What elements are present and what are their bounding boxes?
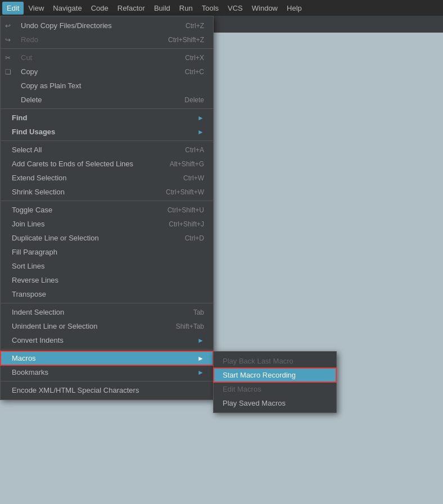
menu-item-indent-selection[interactable]: Indent Selection Tab [1,305,213,319]
menu-item-select-all[interactable]: Select All Ctrl+A [1,143,213,157]
menu-item-reverse-lines[interactable]: Reverse Lines [1,273,213,287]
menubar-item-window[interactable]: Window [247,2,282,15]
menubar-item-edit[interactable]: Edit [2,2,24,15]
separator-3 [1,140,213,141]
menubar-item-help[interactable]: Help [282,2,306,15]
undo-icon: ↩ [5,22,11,30]
menu-item-bookmarks[interactable]: Bookmarks ► [1,365,213,379]
arrow-icon-macros: ► [197,355,204,362]
menu-item-find[interactable]: Find ► [1,111,213,125]
edit-dropdown-menu: ↩ Undo Copy Files/Directories Ctrl+Z ↪ R… [0,16,214,400]
menubar-item-vcs[interactable]: VCS [223,2,247,15]
arrow-icon-convert-indents: ► [197,337,204,344]
separator-1 [1,48,213,49]
menu-item-cut[interactable]: ✂ Cut Ctrl+X [1,51,213,65]
menu-item-transpose[interactable]: Transpose [1,287,213,301]
menu-item-duplicate-line[interactable]: Duplicate Line or Selection Ctrl+D [1,231,213,245]
menubar-item-run[interactable]: Run [175,2,197,15]
menu-item-sort-lines[interactable]: Sort Lines [1,259,213,273]
menubar-item-tools[interactable]: Tools [197,2,223,15]
separator-2 [1,108,213,109]
menubar-item-code[interactable]: Code [87,2,113,15]
submenu-item-start-recording[interactable]: Start Macro Recording [214,368,336,382]
menubar-item-refactor[interactable]: Refactor [113,2,150,15]
submenu-item-play-saved[interactable]: Play Saved Macros [214,396,336,410]
submenu-item-edit-macros[interactable]: Edit Macros [214,382,336,396]
arrow-icon-find-usages: ► [197,128,204,136]
menu-item-fill-paragraph[interactable]: Fill Paragraph [1,245,213,259]
submenu-item-play-back[interactable]: Play Back Last Macro [214,354,336,368]
cut-icon: ✂ [5,54,11,62]
arrow-icon-find: ► [197,114,204,122]
separator-5 [1,303,213,303]
copy-icon: ❏ [5,68,11,76]
menu-item-join-lines[interactable]: Join Lines Ctrl+Shift+J [1,217,213,231]
redo-icon: ↪ [5,36,11,44]
menu-item-undo[interactable]: ↩ Undo Copy Files/Directories Ctrl+Z [1,19,213,33]
menubar-item-navigate[interactable]: Navigate [48,2,86,15]
menu-item-toggle-case[interactable]: Toggle Case Ctrl+Shift+U [1,203,213,217]
menu-item-find-usages[interactable]: Find Usages ► [1,125,213,139]
menu-item-redo[interactable]: ↪ Redo Ctrl+Shift+Z [1,33,213,47]
menu-item-macros[interactable]: Macros ► [1,351,213,365]
macros-submenu: Play Back Last Macro Start Macro Recordi… [213,351,337,413]
separator-4 [1,201,213,201]
menu-item-convert-indents[interactable]: Convert Indents ► [1,333,213,347]
menubar: Edit View Navigate Code Refactor Build R… [0,0,443,16]
menu-item-copy[interactable]: ❏ Copy Ctrl+C [1,65,213,79]
menubar-item-view[interactable]: View [24,2,48,15]
menu-item-delete[interactable]: Delete Delete [1,93,213,107]
menu-item-encode-xml[interactable]: Encode XML/HTML Special Characters [1,383,213,397]
menu-item-shrink-selection[interactable]: Shrink Selection Ctrl+Shift+W [1,185,213,199]
menubar-item-build[interactable]: Build [150,2,175,15]
menu-item-unindent-line[interactable]: Unindent Line or Selection Shift+Tab [1,319,213,333]
menu-item-add-carets[interactable]: Add Carets to Ends of Selected Lines Alt… [1,157,213,171]
separator-6 [1,349,213,349]
arrow-icon-bookmarks: ► [197,369,204,376]
separator-7 [1,381,213,382]
menu-item-extend-selection[interactable]: Extend Selection Ctrl+W [1,171,213,185]
menu-item-copy-plain[interactable]: Copy as Plain Text [1,79,213,93]
